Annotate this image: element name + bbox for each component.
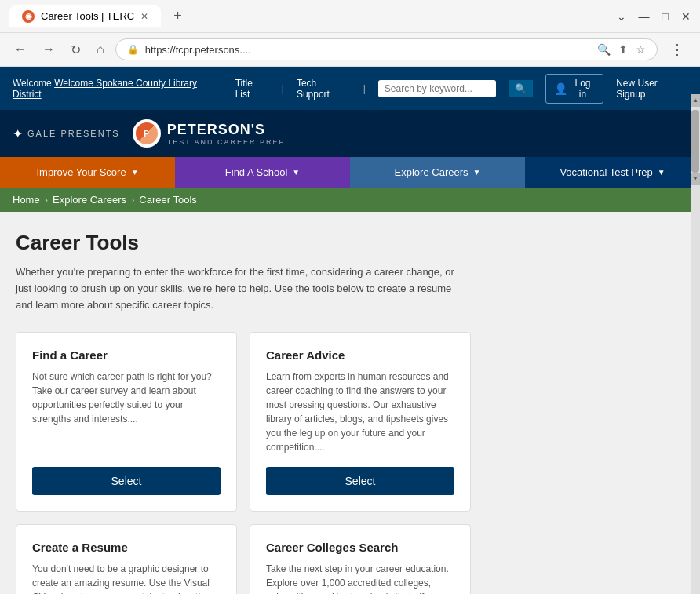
tech-support-link[interactable]: Tech Support: [297, 78, 351, 100]
nav-find-school-arrow: ▼: [292, 168, 300, 177]
nav-improve-score[interactable]: Improve Your Score ▼: [0, 157, 175, 188]
scrollbar-up-button[interactable]: ▲: [691, 94, 700, 107]
nav-vocational-prep-label: Vocational Test Prep: [560, 166, 652, 178]
search-button[interactable]: 🔍: [509, 80, 533, 97]
peterson-subtitle: TEST AND CAREER PREP: [167, 138, 286, 146]
card-career-colleges: Career Colleges Search Take the next ste…: [250, 524, 471, 594]
forward-button[interactable]: →: [38, 39, 60, 60]
main-content: Career Tools Whether you're preparing to…: [0, 212, 700, 594]
address-bar-icons: 🔍 ⬆ ☆: [597, 43, 646, 56]
breadcrumb-sep-1: ›: [45, 194, 48, 206]
brand-bar: ✦ GALE PRESENTS P PETERSON'S TEST AND CA…: [0, 110, 700, 157]
site-top-bar: Welcome Welcome Spokane County Library D…: [0, 67, 700, 110]
title-list-link[interactable]: Title List: [235, 78, 269, 100]
search-input[interactable]: [378, 80, 496, 97]
peterson-text: PETERSON'S TEST AND CAREER PREP: [167, 122, 286, 146]
gale-star-icon: ✦: [13, 126, 23, 141]
card-create-resume: Create a Resume You don't need to be a g…: [16, 524, 237, 594]
card-career-colleges-title: Career Colleges Search: [266, 541, 454, 554]
signup-link[interactable]: New User Signup: [616, 78, 687, 100]
breadcrumb-explore-careers[interactable]: Explore Careers: [53, 194, 126, 206]
back-button[interactable]: ←: [9, 39, 31, 60]
zoom-icon: 🔍: [597, 43, 611, 56]
address-bar[interactable]: 🔒 https://tcpr.petersons.... 🔍 ⬆ ☆: [115, 38, 658, 60]
breadcrumb-current: Career Tools: [139, 194, 196, 206]
card-find-career-select-button[interactable]: Select: [32, 467, 221, 495]
tab-favicon-icon: ◉: [22, 10, 35, 23]
card-career-advice-title: Career Advice: [266, 348, 454, 362]
login-icon: 👤: [554, 82, 567, 95]
window-maximize-icon[interactable]: □: [662, 10, 669, 23]
card-find-career-description: Not sure which career path is right for …: [32, 370, 221, 454]
window-minimize-icon[interactable]: —: [639, 10, 650, 23]
peterson-logo-circle: P: [133, 119, 161, 148]
share-icon: ⬆: [618, 43, 628, 56]
nav-menu: Improve Your Score ▼ Find A School ▼ Exp…: [0, 157, 700, 188]
bookmark-icon: ☆: [636, 43, 646, 56]
window-controls: ⌄ — □ ✕: [617, 10, 691, 23]
nav-improve-score-arrow: ▼: [131, 168, 139, 177]
breadcrumb-bar: Home › Explore Careers › Career Tools: [0, 188, 700, 212]
breadcrumb-home[interactable]: Home: [13, 194, 40, 206]
nav-explore-careers[interactable]: Explore Careers ▼: [350, 157, 525, 188]
browser-titlebar: ◉ Career Tools | TERC ✕ + ⌄ — □ ✕: [0, 0, 700, 33]
separator-1: |: [282, 83, 284, 94]
card-create-resume-title: Create a Resume: [32, 541, 221, 554]
nav-find-school[interactable]: Find A School ▼: [175, 157, 350, 188]
breadcrumb-sep-2: ›: [131, 194, 134, 206]
nav-vocational-prep-arrow: ▼: [658, 168, 665, 177]
card-career-advice-select-button[interactable]: Select: [266, 467, 454, 495]
browser-menu-button[interactable]: ⋮: [664, 38, 691, 61]
new-tab-button[interactable]: +: [167, 5, 188, 27]
url-text: https://tcpr.petersons....: [145, 44, 591, 56]
home-button[interactable]: ⌂: [92, 39, 109, 60]
browser-addressbar: ← → ↻ ⌂ 🔒 https://tcpr.petersons.... 🔍 ⬆…: [0, 33, 700, 67]
separator-2: |: [363, 83, 366, 94]
card-find-career: Find a Career Not sure which career path…: [16, 332, 237, 512]
nav-improve-score-label: Improve Your Score: [36, 166, 126, 178]
tab-title: Career Tools | TERC: [41, 10, 134, 22]
lock-icon: 🔒: [127, 44, 139, 55]
peterson-inner-icon: P: [136, 122, 158, 144]
nav-vocational-prep[interactable]: Vocational Test Prep ▼: [525, 157, 700, 188]
card-create-resume-description: You don't need to be a graphic designer …: [32, 562, 221, 594]
login-label: Log in: [571, 78, 595, 100]
tab-close-icon[interactable]: ✕: [140, 11, 148, 22]
card-career-advice-description: Learn from experts in human resources an…: [266, 370, 454, 454]
card-career-advice: Career Advice Learn from experts in huma…: [250, 332, 471, 512]
peterson-name: PETERSON'S: [167, 122, 286, 138]
gale-logo: ✦ GALE PRESENTS: [13, 126, 120, 141]
page-title: Career Tools: [16, 231, 684, 255]
reload-button[interactable]: ↻: [66, 39, 86, 60]
nav-explore-careers-arrow: ▼: [473, 168, 481, 177]
scrollbar-thumb[interactable]: [691, 110, 699, 173]
browser-tab[interactable]: ◉ Career Tools | TERC ✕: [9, 5, 161, 27]
cards-grid: Find a Career Not sure which career path…: [16, 332, 471, 594]
page-description: Whether you're preparing to enter the wo…: [16, 264, 455, 313]
card-find-career-title: Find a Career: [32, 348, 221, 362]
nav-explore-careers-label: Explore Careers: [395, 166, 468, 178]
peterson-logo: P PETERSON'S TEST AND CAREER PREP: [133, 119, 286, 148]
gale-presents-text: GALE PRESENTS: [27, 129, 120, 138]
scrollbar-down-button[interactable]: ▼: [691, 173, 700, 185]
library-name: Welcome Spokane County Library District: [13, 78, 197, 100]
login-button[interactable]: 👤 Log in: [545, 74, 603, 104]
welcome-text: Welcome Welcome Spokane County Library D…: [13, 78, 223, 100]
nav-find-school-label: Find A School: [225, 166, 288, 178]
browser-chrome: ◉ Career Tools | TERC ✕ + ⌄ — □ ✕ ← → ↻ …: [0, 0, 700, 67]
window-chevron-icon: ⌄: [617, 10, 626, 23]
window-close-icon[interactable]: ✕: [681, 10, 691, 23]
scrollbar-track: ▲ ▼: [691, 94, 700, 594]
card-career-colleges-description: Take the next step in your career educat…: [266, 562, 454, 594]
